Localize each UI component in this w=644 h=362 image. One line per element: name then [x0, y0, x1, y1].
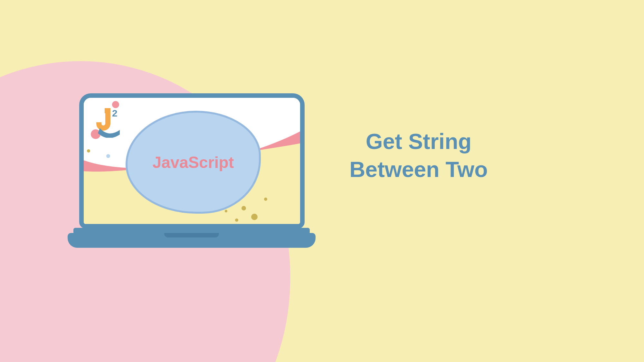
j2-logo: 2 — [93, 106, 126, 138]
center-blob-label: JavaScript — [153, 153, 234, 172]
confetti-dot — [264, 198, 267, 201]
laptop-illustration: 2 JavaScript — [68, 93, 316, 248]
confetti-dot — [106, 154, 110, 158]
page-title: Get String Between Two — [325, 127, 512, 183]
confetti-dot — [225, 210, 227, 212]
confetti-dot — [251, 214, 258, 220]
confetti-dot — [87, 149, 90, 153]
title-line-2: Between Two — [325, 155, 512, 183]
laptop-wallpaper: 2 JavaScript — [84, 98, 300, 224]
confetti-dot — [242, 206, 246, 210]
title-line-1: Get String — [325, 127, 512, 155]
confetti-dot — [235, 218, 238, 222]
svg-text:2: 2 — [112, 108, 118, 118]
laptop-screen-frame: 2 JavaScript — [79, 93, 305, 228]
laptop-base — [68, 233, 316, 248]
